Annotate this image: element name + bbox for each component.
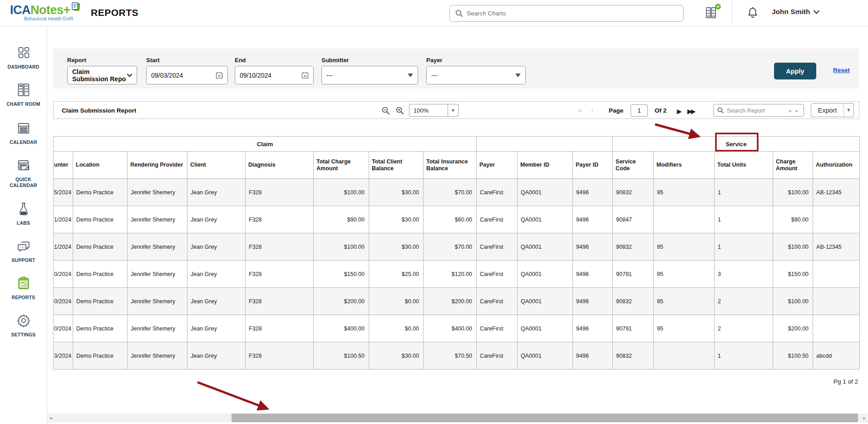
top-bar: ICANotes+ Behavioral Health EHR REPORTS … bbox=[0, 0, 868, 26]
annotation-arrow-scrollbar bbox=[197, 382, 267, 409]
page-number-input[interactable] bbox=[631, 104, 648, 117]
app-logo[interactable]: ICANotes+ Behavioral Health EHR bbox=[10, 3, 87, 21]
table-cell: 90832 bbox=[613, 233, 654, 261]
zoom-dropdown-button[interactable]: ▼ bbox=[448, 104, 459, 117]
notifications-bell-icon[interactable] bbox=[746, 6, 759, 21]
table-cell: Jean Grey bbox=[187, 342, 246, 370]
table-cell: Jennifer Shemery bbox=[128, 261, 187, 288]
sidebar-item-labs[interactable]: LABS bbox=[0, 202, 47, 226]
table-cell: 90847 bbox=[613, 206, 654, 233]
table-row: 0/2024Demo PracticeJennifer ShemeryJean … bbox=[54, 288, 860, 315]
report-search-box: ◂ ▸ bbox=[713, 104, 804, 117]
sidebar: DASHBOARD CHART ROOM CALENDAR QUICK CALE… bbox=[0, 26, 47, 424]
svg-text:30: 30 bbox=[217, 74, 221, 78]
search-charts-input[interactable] bbox=[467, 10, 683, 17]
report-title: Claim Submission Report bbox=[62, 107, 136, 114]
table-cell: $30.00 bbox=[369, 342, 424, 370]
chart-room-shortcut-icon[interactable]: + bbox=[704, 6, 720, 20]
payer-select[interactable]: --- bbox=[426, 66, 526, 84]
document-icon bbox=[71, 2, 81, 16]
table-cell: F328 bbox=[246, 233, 314, 261]
apply-button[interactable]: Apply bbox=[774, 63, 816, 79]
calendar-icon: 30 bbox=[301, 72, 309, 79]
table-cell: Demo Practice bbox=[73, 179, 128, 206]
page-indicator: Pg 1 of 2 bbox=[833, 378, 858, 385]
scroll-right-icon[interactable]: ▸ bbox=[861, 414, 868, 422]
column-header: Payer ID bbox=[573, 152, 613, 179]
table-cell: Jennifer Shemery bbox=[128, 288, 187, 315]
sidebar-item-quick-calendar[interactable]: QUICK CALENDAR bbox=[0, 158, 47, 188]
end-date-input[interactable]: 09/10/2024 30 bbox=[235, 66, 314, 84]
table-cell: 0/2024 bbox=[54, 261, 73, 288]
table-cell: F328 bbox=[246, 179, 314, 206]
first-page-button[interactable]: « bbox=[578, 105, 582, 115]
table-cell: CareFirst bbox=[477, 233, 518, 261]
table-cell: 95 bbox=[654, 179, 715, 206]
horizontal-scrollbar[interactable]: ◂ ▸ bbox=[47, 414, 868, 422]
export-button[interactable]: Export ▼ bbox=[811, 103, 854, 117]
end-filter-label: End bbox=[235, 57, 246, 64]
table-cell: $100.00 bbox=[773, 288, 813, 315]
column-header: Payer bbox=[477, 152, 518, 179]
table-cell: 95 bbox=[654, 233, 715, 261]
table-cell: Demo Practice bbox=[73, 233, 128, 261]
table-cell: 95 bbox=[654, 261, 715, 288]
table-cell: $100.50 bbox=[314, 342, 369, 370]
table-row: 1/2024Demo PracticeJennifer ShemeryJean … bbox=[54, 206, 860, 233]
column-header: Service Code bbox=[613, 152, 654, 179]
sidebar-item-calendar[interactable]: CALENDAR bbox=[0, 121, 47, 145]
table-cell: Jean Grey bbox=[187, 261, 246, 288]
table-cell bbox=[654, 342, 715, 370]
sidebar-item-support[interactable]: SUPPORT bbox=[0, 239, 47, 263]
table-cell: $100.00 bbox=[314, 179, 369, 206]
table-cell: Jennifer Shemery bbox=[128, 206, 187, 233]
table-cell: $200.00 bbox=[314, 288, 369, 315]
table-cell: Jennifer Shemery bbox=[128, 179, 187, 206]
next-page-button[interactable]: ▶ bbox=[677, 106, 682, 116]
table-cell: $90.00 bbox=[773, 206, 813, 233]
table-cell: 9496 bbox=[573, 315, 613, 342]
table-cell bbox=[813, 288, 860, 315]
zoom-out-icon[interactable] bbox=[381, 106, 390, 117]
sidebar-item-reports[interactable]: REPORTS bbox=[0, 276, 47, 301]
table-cell: 90791 bbox=[613, 315, 654, 342]
dropdown-arrow-icon bbox=[408, 74, 413, 77]
zoom-level-select[interactable]: 100% bbox=[409, 104, 448, 117]
table-cell: $70.00 bbox=[424, 233, 477, 261]
table-cell: Demo Practice bbox=[73, 288, 128, 315]
prev-page-button[interactable]: ‹ bbox=[591, 105, 594, 115]
column-header: Total Insurance Balance bbox=[424, 152, 477, 179]
table-body: 5/2024Demo PracticeJennifer ShemeryJean … bbox=[54, 179, 860, 370]
table-cell: Jennifer Shemery bbox=[128, 233, 187, 261]
scroll-left-icon[interactable]: ◂ bbox=[47, 414, 54, 422]
table-cell: 90791 bbox=[613, 261, 654, 288]
column-header: Rendering Provider bbox=[128, 152, 187, 179]
find-prev-next-icons[interactable]: ◂ ▸ bbox=[788, 107, 800, 114]
submitter-select[interactable]: --- bbox=[321, 66, 418, 84]
search-icon bbox=[455, 10, 463, 17]
table-cell: 3 bbox=[715, 261, 773, 288]
table-cell: F328 bbox=[246, 315, 314, 342]
table-cell: Demo Practice bbox=[73, 342, 128, 370]
start-date-input[interactable]: 09/03/2024 30 bbox=[146, 66, 228, 84]
last-page-button[interactable]: ▶▶ bbox=[687, 106, 695, 116]
table-cell: AB-12345 bbox=[813, 179, 860, 206]
table-cell bbox=[813, 206, 860, 233]
sidebar-item-dashboard[interactable]: DASHBOARD bbox=[0, 45, 47, 70]
sidebar-item-settings[interactable]: SETTINGS bbox=[0, 313, 47, 338]
table-cell bbox=[813, 315, 860, 342]
table-cell: QA0001 bbox=[518, 233, 573, 261]
sidebar-item-chart-room[interactable]: CHART ROOM bbox=[0, 83, 47, 107]
scrollbar-thumb[interactable] bbox=[232, 414, 858, 422]
reset-link[interactable]: Reset bbox=[833, 67, 850, 74]
svg-text:30: 30 bbox=[303, 74, 307, 78]
table-cell: $150.00 bbox=[314, 261, 369, 288]
table-cell: 9496 bbox=[573, 179, 613, 206]
zoom-in-icon[interactable] bbox=[395, 106, 404, 117]
search-report-input[interactable] bbox=[727, 107, 788, 114]
table-cell: $90.00 bbox=[314, 206, 369, 233]
user-menu[interactable]: John Smith bbox=[772, 8, 819, 16]
report-select[interactable]: Claim Submission Repo bbox=[67, 66, 137, 84]
table-cell: F328 bbox=[246, 261, 314, 288]
export-dropdown-icon[interactable]: ▼ bbox=[843, 104, 853, 117]
